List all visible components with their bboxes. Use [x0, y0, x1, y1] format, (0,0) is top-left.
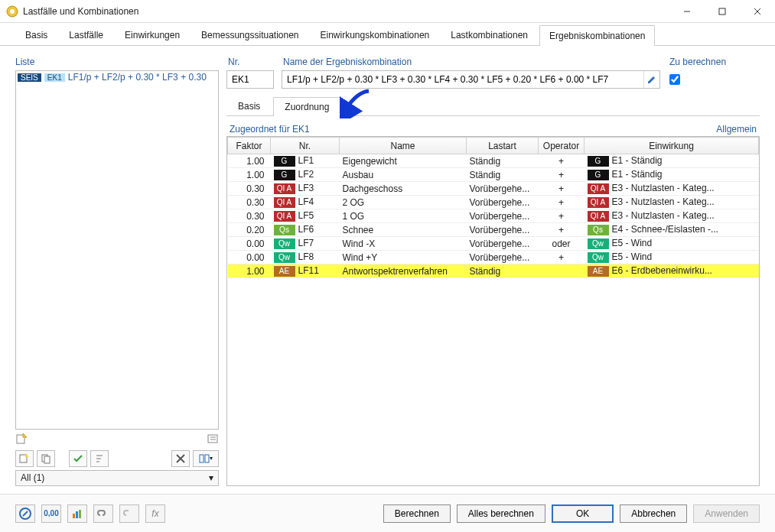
cell-name: Eigengewicht — [340, 154, 467, 168]
cell-operator: + — [539, 196, 585, 209]
tab-lastfaelle[interactable]: Lastfälle — [59, 24, 113, 45]
table-row[interactable]: 1.00GLF1EigengewichtStändig+GE1 - Ständi… — [228, 154, 759, 168]
cell-name: Dachgeschoss — [340, 182, 467, 196]
new-icon[interactable] — [15, 433, 28, 447]
columns-button[interactable]: ▾ — [193, 450, 219, 467]
svg-point-1 — [10, 9, 15, 14]
ein-badge: Qw — [588, 252, 609, 263]
filter-label: All (1) — [21, 472, 44, 483]
lf-badge: Qs — [274, 225, 295, 235]
lf-badge: QI A — [274, 183, 295, 194]
fx-button[interactable]: fx — [145, 504, 165, 523]
berechnen-button[interactable]: Berechnen — [383, 504, 451, 523]
main-tabbar: Basis Lastfälle Einwirkungen Bemessungss… — [0, 23, 775, 46]
tab-bemessungssituationen[interactable]: Bemessungssituationen — [191, 24, 308, 45]
cell-name: Antwortspektrenverfahren — [340, 264, 467, 278]
col-operator[interactable]: Operator — [539, 138, 585, 154]
nr-input[interactable] — [227, 74, 273, 85]
abbrechen-button[interactable]: Abbrechen — [620, 504, 687, 523]
table-row[interactable]: 1.00GLF2AusbauStändig+GE1 - Ständig — [228, 168, 759, 182]
lf-badge: AE — [274, 266, 295, 277]
svg-rect-27 — [79, 510, 81, 518]
edit-name-icon[interactable] — [643, 71, 659, 88]
list-item[interactable]: SEIS EK1 LF1/p + LF2/p + 0.30 * LF3 + 0.… — [16, 71, 218, 83]
close-button[interactable] — [740, 0, 775, 23]
table-row[interactable]: 1.00AELF11AntwortspektrenverfahrenStändi… — [228, 264, 759, 278]
assigned-title: Zugeordnet für EK1 — [230, 124, 716, 135]
cell-einwirkung: QwE5 - Wind — [585, 237, 759, 251]
nr-label: Nr. — [226, 54, 274, 70]
table-row[interactable]: 0.30QI ALF42 OGVorübergehe...+QI AE3 - N… — [228, 196, 759, 209]
table-row[interactable]: 0.00QwLF7Wind -XVorübergehe...oderQwE5 -… — [228, 237, 759, 251]
minimize-button[interactable] — [669, 0, 705, 23]
delete-button[interactable] — [171, 450, 190, 467]
sort-button[interactable] — [90, 450, 109, 467]
lf-badge: Qw — [274, 238, 295, 249]
cell-nr: GLF1 — [271, 154, 340, 168]
svg-rect-8 — [208, 435, 217, 443]
col-lastart[interactable]: Lastart — [467, 138, 539, 154]
cell-operator: + — [539, 154, 585, 168]
cell-einwirkung: QwE5 - Wind — [585, 251, 759, 264]
cell-operator: oder — [539, 237, 585, 251]
chart-button[interactable] — [67, 504, 87, 523]
subtab-zuordnung[interactable]: Zuordnung — [273, 97, 340, 116]
cell-faktor: 0.00 — [228, 251, 271, 264]
col-nr[interactable]: Nr. — [271, 138, 340, 154]
help-button[interactable] — [15, 504, 35, 523]
copy-button[interactable] — [37, 450, 55, 467]
cell-name: Wind -X — [340, 237, 467, 251]
col-faktor[interactable]: Faktor — [228, 138, 271, 154]
link-button[interactable] — [93, 504, 113, 523]
alles-berechnen-button[interactable]: Alles berechnen — [457, 504, 545, 523]
cell-lastart: Vorübergehe... — [467, 251, 539, 264]
ein-badge: QI A — [588, 197, 609, 208]
col-einwirkung[interactable]: Einwirkung — [585, 138, 759, 154]
tab-ergebniskombinationen[interactable]: Ergebniskombinationen — [539, 25, 655, 46]
col-name[interactable]: Name — [340, 138, 467, 154]
cell-operator: + — [539, 251, 585, 264]
cell-lastart: Vorübergehe... — [467, 223, 539, 237]
cell-operator — [539, 264, 585, 278]
subtab-basis[interactable]: Basis — [226, 96, 272, 115]
cell-nr: AELF11 — [271, 264, 340, 278]
calc-checkbox[interactable] — [669, 74, 680, 85]
tab-einwirkungskombinationen[interactable]: Einwirkungskombinationen — [311, 24, 440, 45]
new-button[interactable] — [15, 450, 34, 467]
list-box[interactable]: SEIS EK1 LF1/p + LF2/p + 0.30 * LF3 + 0.… — [15, 70, 219, 430]
calc-label: Zu berechnen — [668, 54, 760, 70]
anwenden-button[interactable]: Anwenden — [693, 504, 760, 523]
tab-lastkombinationen[interactable]: Lastkombinationen — [441, 24, 538, 45]
ok-button[interactable]: OK — [552, 504, 614, 523]
table-row[interactable]: 0.30QI ALF3DachgeschossVorübergehe...+QI… — [228, 182, 759, 196]
allgemein-link[interactable]: Allgemein — [716, 124, 757, 135]
unlink-button[interactable] — [119, 504, 139, 523]
options-icon[interactable] — [207, 433, 219, 447]
ein-badge: Qw — [588, 238, 609, 249]
cell-faktor: 0.30 — [228, 182, 271, 196]
cell-faktor: 1.00 — [228, 168, 271, 182]
units-button[interactable]: 0,00 — [41, 504, 61, 523]
table-row[interactable]: 0.30QI ALF51 OGVorübergehe...+QI AE3 - N… — [228, 209, 759, 223]
name-input[interactable] — [282, 74, 643, 85]
svg-rect-21 — [205, 455, 209, 462]
cell-operator: + — [539, 223, 585, 237]
ein-badge: G — [588, 170, 609, 180]
tab-einwirkungen[interactable]: Einwirkungen — [115, 24, 190, 45]
tab-basis[interactable]: Basis — [15, 24, 57, 45]
assigned-grid[interactable]: Faktor Nr. Name Lastart Operator Einwirk… — [226, 136, 760, 486]
cell-faktor: 0.00 — [228, 237, 271, 251]
list-item-text: LF1/p + LF2/p + 0.30 * LF3 + 0.30 — [68, 72, 207, 83]
cell-einwirkung: QI AE3 - Nutzlasten - Kateg... — [585, 196, 759, 209]
cell-einwirkung: AEE6 - Erdbebeneinwirku... — [585, 264, 759, 278]
cell-faktor: 0.30 — [228, 196, 271, 209]
cell-name: Wind +Y — [340, 251, 467, 264]
cell-name: 2 OG — [340, 196, 467, 209]
check-button[interactable] — [69, 450, 87, 467]
maximize-button[interactable] — [705, 0, 740, 23]
cell-einwirkung: GE1 - Ständig — [585, 168, 759, 182]
filter-dropdown[interactable]: All (1) ▾ — [15, 470, 219, 486]
table-row[interactable]: 0.20QsLF6SchneeVorübergehe...+QsE4 - Sch… — [228, 223, 759, 237]
name-label: Name der Ergebniskombination — [282, 54, 660, 70]
table-row[interactable]: 0.00QwLF8Wind +YVorübergehe...+QwE5 - Wi… — [228, 251, 759, 264]
